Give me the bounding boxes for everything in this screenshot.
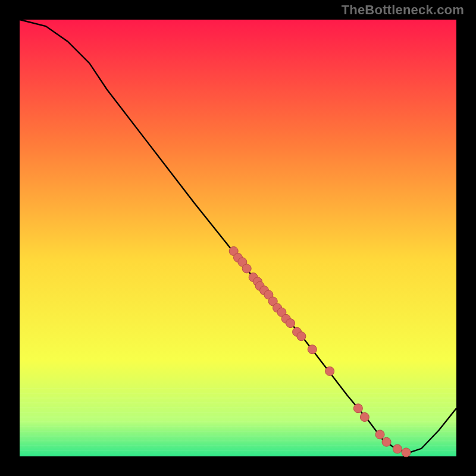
chart-stage: TheBottleneck.com: [0, 0, 476, 476]
data-point: [375, 430, 384, 439]
watermark-text: TheBottleneck.com: [342, 2, 464, 18]
data-point: [297, 332, 306, 341]
gradient-panel: [20, 20, 456, 456]
data-point: [325, 367, 334, 375]
data-point: [242, 264, 251, 273]
data-point: [353, 404, 362, 413]
data-point: [308, 345, 317, 354]
chart-svg: [0, 0, 476, 476]
data-point: [382, 437, 391, 446]
data-point: [360, 412, 369, 421]
data-point: [402, 448, 411, 457]
data-point: [286, 319, 295, 328]
data-point: [393, 444, 402, 453]
